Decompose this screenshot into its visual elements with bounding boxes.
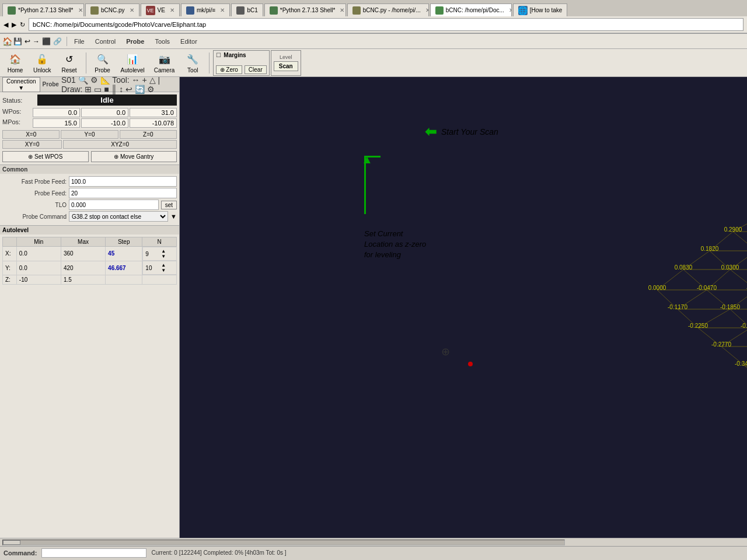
svg-line-91 — [733, 232, 747, 251]
svg-text:-0.2400: -0.2400 — [741, 323, 747, 329]
reset-icon: ↺ — [62, 52, 76, 66]
tlo-input[interactable] — [69, 200, 159, 210]
mpos-y: -10.0 — [81, 118, 128, 128]
svg-text:-0.1850: -0.1850 — [720, 304, 740, 310]
svg-line-115 — [730, 270, 747, 290]
start-scan-label: Start Your Scan — [441, 127, 498, 136]
z0-btn[interactable]: Z=0 — [120, 130, 177, 139]
svg-text:0.0300: 0.0300 — [721, 264, 739, 271]
xyz0-btn[interactable]: XYZ=0 — [63, 140, 177, 149]
svg-text:0.1820: 0.1820 — [701, 246, 719, 252]
tlo-set-button[interactable]: set — [161, 201, 177, 209]
tab-bcnc2[interactable]: bCNC.py - /home/pi/... ✕ — [347, 4, 429, 16]
reset-button[interactable]: ↺ Reset — [57, 50, 82, 76]
status-label: Status: — [2, 97, 37, 104]
command-input[interactable] — [41, 548, 146, 558]
address-input[interactable] — [29, 18, 743, 31]
camera-icon: 📷 — [158, 52, 172, 66]
probe-feed-input[interactable] — [69, 188, 177, 198]
home-button[interactable]: 🏠 Home — [2, 50, 28, 76]
scrollbar-track[interactable] — [2, 540, 565, 545]
mpos-x: 15.0 — [33, 118, 80, 128]
tab-mk[interactable]: mk/pi/≡ ✕ — [181, 4, 231, 16]
refresh-icon[interactable]: ↻ — [20, 21, 25, 29]
home-icon: 🏠 — [8, 52, 22, 66]
autolevel-title: Autolevel — [0, 226, 179, 235]
svg-text:-0.1170: -0.1170 — [668, 304, 687, 310]
xy0-btn[interactable]: XY=0 — [2, 140, 62, 149]
tab-python-shell[interactable]: *Python 2.7.13 Shell* ✕ — [2, 4, 84, 16]
secondary-toolbar: Connection ▼ Probe S01 🔍 ⚙ 📐 Tool: ↔ + △… — [0, 77, 179, 92]
menu-tools[interactable]: Tools — [150, 37, 174, 46]
tab-how[interactable]: 🌐 [How to take — [513, 4, 568, 16]
scrollbar-thumb[interactable] — [3, 540, 20, 545]
al-x-min[interactable] — [19, 250, 48, 257]
menu-editor[interactable]: Editor — [176, 37, 202, 46]
start-scan-annotation: ⬅ Start Your Scan — [425, 124, 498, 140]
toolbar-icons-row: S01 🔍 ⚙ 📐 Tool: ↔ + △ | Draw: ⊞ ▭ ■ ║ ↕ … — [61, 77, 177, 94]
autolevel-button[interactable]: 📊 Autolevel — [117, 50, 149, 76]
probe-cmd-select[interactable]: G38.2 stop on contact else — [69, 211, 168, 222]
back-icon[interactable]: ◀ — [4, 21, 8, 29]
camera-button[interactable]: 📷 Camera — [150, 50, 179, 76]
main-toolbar: 🏠 Home 🔓 Unlock ↺ Reset 🔍 Probe 📊 Autole… — [0, 49, 747, 77]
main-content: Connection ▼ Probe S01 🔍 ⚙ 📐 Tool: ↔ + △… — [0, 77, 747, 538]
toolbar-mini-icons: 💾↩→⬛🔗 — [13, 37, 62, 46]
scan-arrow-icon: ⬅ — [425, 124, 437, 140]
menu-control[interactable]: Control — [90, 37, 120, 46]
horizontal-scrollbar[interactable] — [0, 538, 747, 546]
svg-text:0.2900: 0.2900 — [724, 226, 742, 233]
probe-button[interactable]: 🔍 Probe — [90, 50, 116, 76]
autolevel-section: Autolevel Min Max Step N X: — [0, 226, 179, 287]
al-y-n[interactable] — [145, 265, 160, 271]
tab-bcnc-active[interactable]: bCNC: /home/pi/Doc... ✕ — [430, 4, 512, 16]
wpos-y: 0.0 — [81, 108, 128, 117]
move-gantry-button[interactable]: ⊕ Move Gantry — [91, 151, 177, 162]
x0-btn[interactable]: X=0 — [2, 130, 60, 139]
zero-button[interactable]: ⊕Zero — [216, 65, 242, 74]
tab-python2[interactable]: *Python 2.7.13 Shell* ✕ — [264, 4, 346, 16]
al-x-step[interactable] — [108, 250, 131, 257]
menu-probe[interactable]: Probe — [121, 37, 149, 46]
left-panel: Connection ▼ Probe S01 🔍 ⚙ 📐 Tool: ↔ + △… — [0, 77, 180, 538]
al-z-min[interactable] — [19, 276, 48, 283]
app-window: 🏠 💾↩→⬛🔗 File Control Probe Tools Editor … — [0, 34, 747, 559]
al-z-max[interactable] — [64, 276, 93, 283]
al-row-y: Y: ▲▼ — [3, 261, 177, 275]
tool-button[interactable]: 🔧 Tool — [180, 50, 205, 76]
autolevel-icon: 📊 — [125, 52, 139, 66]
menu-file[interactable]: File — [69, 37, 89, 46]
svg-text:-0.0470: -0.0470 — [697, 285, 717, 291]
forward-icon[interactable]: ▶ — [12, 21, 16, 29]
mpos-z: -10.078 — [130, 118, 177, 128]
bottom-status-bar: Command: Current: 0 [122244] Completed: … — [0, 546, 747, 559]
svg-text:-0.3400: -0.3400 — [735, 360, 747, 367]
al-col-min: Min — [16, 237, 61, 247]
svg-text:-0.2770: -0.2770 — [711, 341, 731, 348]
tab-ve[interactable]: VE VE ✕ — [141, 4, 180, 16]
al-x-max[interactable] — [64, 250, 93, 257]
wpos-x: 0.0 — [33, 108, 80, 117]
connection-dropdown[interactable]: Connection ▼ — [2, 77, 40, 92]
y0-btn[interactable]: Y=0 — [61, 130, 118, 139]
al-y-max[interactable] — [64, 265, 93, 271]
al-y-step[interactable] — [108, 265, 131, 271]
probe-cmd-label: Probe Command — [2, 214, 67, 220]
tab-bc[interactable]: bC1 — [231, 4, 263, 16]
svg-text:-0.2250: -0.2250 — [688, 323, 708, 329]
wpos-z: 31.0 — [130, 108, 177, 117]
tab-bcnc[interactable]: bCNC.py ✕ — [85, 4, 139, 16]
browser-chrome: *Python 2.7.13 Shell* ✕ bCNC.py ✕ VE VE … — [0, 0, 747, 34]
unlock-button[interactable]: 🔓 Unlock — [29, 50, 55, 76]
unlock-icon: 🔓 — [35, 52, 49, 66]
fast-probe-feed-input[interactable] — [69, 176, 177, 187]
status-section: Status: Idle WPos: 0.0 0.0 31.0 MPos: 15… — [0, 92, 179, 165]
al-x-n[interactable] — [145, 251, 160, 257]
al-col-n: N — [142, 237, 177, 247]
status-text: Current: 0 [122244] Completed: 0% [4h03m… — [151, 550, 286, 556]
al-row-x: X: ▲▼ — [3, 247, 177, 261]
set-wpos-button[interactable]: ⊕ Set WPOS — [2, 151, 89, 162]
al-y-min[interactable] — [19, 265, 48, 271]
scan-button[interactable]: Scan — [274, 61, 298, 71]
clear-button[interactable]: Clear — [245, 65, 267, 74]
